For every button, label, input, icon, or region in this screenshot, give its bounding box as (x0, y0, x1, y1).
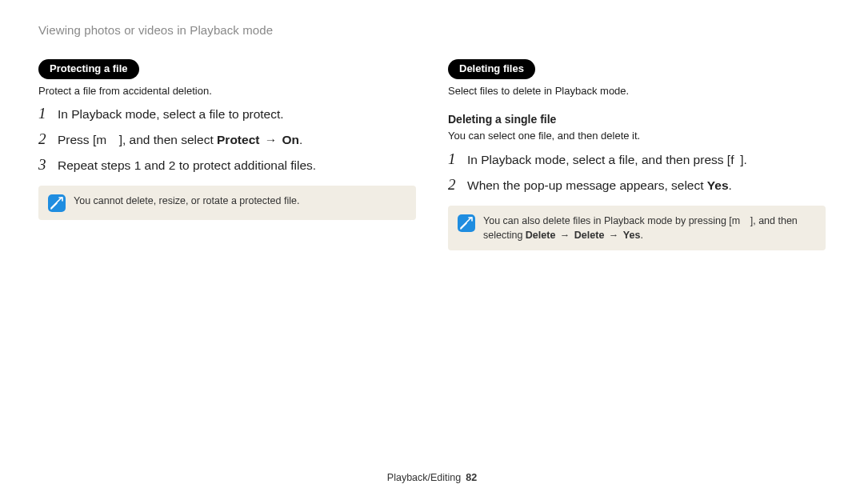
step-text: In Playback mode, select a file, and the… (467, 152, 826, 169)
page-title: Viewing photos or videos in Playback mod… (38, 22, 826, 38)
subintro-text: You can select one file, and then delete… (448, 129, 826, 143)
step-text: In Playback mode, select a file to prote… (58, 106, 416, 123)
heading-pill-protecting: Protecting a file (38, 59, 139, 79)
note-text: You can also delete files in Playback mo… (483, 214, 816, 242)
manual-page: Viewing photos or videos in Playback mod… (0, 0, 864, 504)
step-text: When the pop-up message appears, select … (467, 178, 826, 194)
step-number: 3 (38, 157, 56, 172)
footer-page-number: 82 (466, 472, 477, 483)
col-protecting: Protecting a file Protect a file from ac… (38, 59, 416, 250)
step-item: 3Repeat steps 1 and 2 to protect additio… (38, 157, 416, 174)
note-icon (458, 214, 475, 232)
step-number: 2 (38, 131, 56, 146)
step-item: 1In Playback mode, select a file to prot… (38, 106, 416, 123)
step-text: Press [m ], and then select Protect → On… (58, 132, 416, 149)
step-text: Repeat steps 1 and 2 to protect addition… (58, 158, 416, 174)
two-column-layout: Protecting a file Protect a file from ac… (38, 59, 826, 250)
step-item: 2Press [m ], and then select Protect → O… (38, 131, 416, 149)
note-text: You cannot delete, resize, or rotate a p… (74, 194, 299, 208)
intro-text: Select files to delete in Playback mode. (448, 84, 826, 98)
heading-pill-deleting: Deleting files (448, 59, 535, 79)
steps-list-protecting: 1In Playback mode, select a file to prot… (38, 106, 416, 174)
note-box: You cannot delete, resize, or rotate a p… (38, 186, 416, 220)
intro-text: Protect a file from accidental deletion. (38, 84, 416, 98)
step-number: 1 (448, 151, 466, 166)
step-item: 1In Playback mode, select a file, and th… (448, 151, 826, 169)
note-box: You can also delete files in Playback mo… (448, 206, 826, 250)
step-number: 2 (448, 177, 466, 192)
step-number: 1 (38, 106, 56, 121)
steps-list-deleting: 1In Playback mode, select a file, and th… (448, 151, 826, 194)
step-item: 2When the pop-up message appears, select… (448, 177, 826, 194)
col-deleting: Deleting files Select files to delete in… (448, 59, 826, 250)
note-icon (48, 194, 66, 212)
page-footer: Playback/Editing82 (0, 471, 864, 485)
footer-chapter: Playback/Editing (387, 472, 461, 483)
subheading-deleting-single: Deleting a single file (448, 112, 826, 127)
